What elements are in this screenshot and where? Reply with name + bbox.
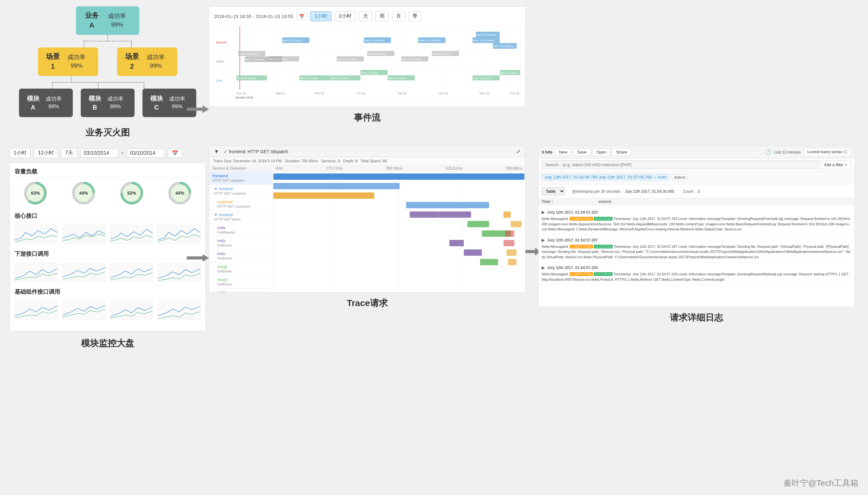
table-select[interactable]: Table JSON bbox=[542, 187, 565, 195]
svg-rect-88 bbox=[273, 183, 399, 189]
add-filter-btn[interactable]: Add a filter + bbox=[820, 160, 851, 169]
trace-service-list[interactable]: frontend HTTP GET /dispatch ▼ frontend H… bbox=[209, 172, 273, 292]
log-btn-open[interactable]: Open bbox=[592, 148, 611, 156]
ef-btn-quarter[interactable]: 季 bbox=[408, 12, 422, 21]
ef-btn-week[interactable]: 周 bbox=[375, 12, 389, 21]
svg-text:Alston: Alston bbox=[216, 40, 226, 44]
log-search-input[interactable] bbox=[542, 160, 818, 169]
log-lucene-btn[interactable]: Lucene kuery syntax ⓘ bbox=[803, 148, 851, 156]
trace-section: ▼ ✓ frontend: HTTP GET /dispatch ⤢ Trace… bbox=[209, 146, 526, 309]
svg-rect-93 bbox=[453, 211, 471, 218]
trace-item-2[interactable]: ▼ frontend HTTP GET customer bbox=[209, 185, 272, 198]
ef-btn-2h[interactable]: 2小时 bbox=[335, 12, 356, 21]
node-module-b[interactable]: 模块B 成功率 99% bbox=[81, 89, 135, 117]
dashboard-label: 模块监控大盘 bbox=[10, 337, 206, 349]
mini-chart-basic-3 bbox=[110, 301, 153, 320]
mini-chart-basic-4 bbox=[158, 301, 201, 320]
trace-item-3[interactable]: customer HTTP GET /customer bbox=[209, 198, 272, 211]
trace-item-8[interactable]: mysql GetDriver bbox=[209, 263, 272, 276]
log-clock-icon: 🕐 bbox=[765, 149, 771, 155]
mini-chart-core-2 bbox=[62, 225, 105, 244]
node-scene-1[interactable]: 场景1 成功率 99% bbox=[38, 48, 98, 76]
trace-item-9[interactable]: mysql GetDriver bbox=[209, 276, 272, 289]
log-btn-share[interactable]: Share bbox=[612, 148, 631, 156]
trace-item-10[interactable]: redis GetDriver bbox=[209, 289, 272, 292]
mini-chart-core-4 bbox=[158, 225, 201, 244]
panel-capacity-title: 容量负载 bbox=[15, 168, 201, 177]
node-scene-2[interactable]: 场景2 成功率 99% bbox=[117, 48, 177, 76]
trace-item-1[interactable]: frontend HTTP GET /dispatch bbox=[209, 172, 272, 185]
svg-text:Item 3 (John): Item 3 (John) bbox=[368, 52, 386, 55]
ef-btn-month[interactable]: 月 bbox=[392, 12, 405, 21]
ef-btn-day[interactable]: 天 bbox=[359, 12, 372, 21]
time-btn-1h[interactable]: 1小时 bbox=[10, 148, 31, 158]
date-start-input[interactable] bbox=[80, 149, 118, 158]
panel-downstream-title: 下游接口调用 bbox=[15, 250, 201, 259]
log-time-2: ▶ July 12th 2017, 01:54:57.287 bbox=[542, 237, 851, 243]
trace-timing-header: Service & Operation 0ms 175.17ms 350.34m… bbox=[209, 165, 525, 172]
svg-rect-87 bbox=[273, 173, 524, 180]
log-content-1: fields.MessageId: COMPUTING SUCCESS Time… bbox=[542, 216, 851, 232]
svg-rect-94 bbox=[467, 221, 489, 227]
event-flow-label: 事件流 bbox=[209, 112, 526, 124]
svg-rect-97 bbox=[464, 250, 482, 256]
trace-item-7[interactable]: redis GetDriver bbox=[209, 250, 272, 263]
panel-core-title: 核心接口 bbox=[15, 212, 201, 222]
gauge-row: 63% 44% bbox=[15, 181, 201, 206]
trace-expand-icon[interactable]: ▼ bbox=[214, 149, 219, 154]
svg-text:Item 9 (Alston): Item 9 (Alston) bbox=[477, 33, 497, 36]
event-flow-panel: 2018-01-15 18:55 - 2018-01-15 19:55 📅 1小… bbox=[209, 6, 526, 107]
log-content-2: fields.MessageId: COMPUTING SUCCESS Time… bbox=[542, 244, 851, 260]
trace-external-link[interactable]: ⤢ bbox=[516, 149, 521, 154]
svg-rect-101 bbox=[505, 231, 514, 237]
dashboard-section: 1小时 12小时 7天 - 📅 容量负载 bbox=[10, 148, 206, 349]
col-source: source bbox=[599, 199, 611, 204]
svg-marker-17 bbox=[187, 105, 209, 113]
trace-item-6[interactable]: redis GetDriver bbox=[209, 237, 272, 250]
trace-time-scale: 0ms 175.17ms 350.34ms 525.51ms 700.68ms bbox=[273, 166, 525, 171]
fire-chart-label: 业务灭火图 bbox=[10, 126, 206, 139]
node-business-a[interactable]: 业务A 成功率 99% bbox=[76, 6, 139, 35]
time-range-display: 2018-01-15 18:55 - 2018-01-15 19:55 bbox=[214, 14, 293, 19]
time-btn-12h[interactable]: 12小时 bbox=[34, 148, 58, 158]
mini-chart-core-1 bbox=[15, 225, 57, 244]
trace-timeline bbox=[273, 172, 525, 292]
left-section: 业务A 成功率 99% 场景1 成功率 99% bbox=[10, 6, 206, 349]
date-end-input[interactable] bbox=[126, 149, 165, 158]
business-tree: 业务A 成功率 99% 场景1 成功率 99% bbox=[10, 6, 206, 117]
log-entry-1: ▶ July 12th 2017, 01:54:57.323 fields.Me… bbox=[539, 207, 854, 235]
trace-item-5[interactable]: redis FindNearby bbox=[209, 224, 272, 237]
svg-text:Item 15 (Alston): Item 15 (Alston) bbox=[473, 39, 495, 42]
trace-service-header: Service & Operation bbox=[209, 166, 273, 171]
log-entries: ▶ July 12th 2017, 01:54:57.323 fields.Me… bbox=[539, 205, 854, 307]
svg-text:Thu 18: Thu 18 bbox=[314, 92, 324, 95]
log-btn-save[interactable]: Save bbox=[573, 148, 591, 156]
watermark-text: 秦叶宁@Tech工具箱 bbox=[783, 478, 858, 488]
time-btn-7d[interactable]: 7天 bbox=[61, 148, 77, 158]
calendar-icon-btn[interactable]: 📅 bbox=[168, 149, 182, 158]
mini-chart-basic-1 bbox=[15, 301, 57, 320]
svg-text:Fri 19: Fri 19 bbox=[357, 92, 365, 95]
svg-text:Item 1 (Lee): Item 1 (Lee) bbox=[361, 71, 378, 74]
svg-rect-90 bbox=[406, 202, 489, 208]
calendar-btn-ef[interactable]: 📅 bbox=[296, 13, 307, 20]
trace-title-text: ✓ frontend: HTTP GET /dispatch bbox=[224, 149, 288, 154]
svg-text:Sat 20: Sat 20 bbox=[398, 92, 407, 95]
svg-text:Item 10 (Lee): Item 10 (Lee) bbox=[237, 76, 255, 80]
node-module-a[interactable]: 模块A 成功率 99% bbox=[19, 89, 73, 117]
node-module-b-sublabel: 成功率 99% bbox=[103, 95, 128, 110]
trace-item-4[interactable]: ▼ frontend HTTP GET driver bbox=[209, 211, 272, 224]
log-filter-bar: July 12th 2017, 01:42:06.793 July 12th 2… bbox=[539, 171, 854, 185]
svg-text:Lee: Lee bbox=[216, 79, 222, 82]
dashboard-panel: 容量负载 63% bbox=[10, 163, 206, 331]
filter-actions-btn[interactable]: Actions bbox=[672, 174, 687, 180]
log-panel: 3 hits New Save Open Share 🕐 Last 13 min… bbox=[538, 146, 855, 307]
svg-text:John: John bbox=[216, 59, 224, 63]
watermark: 秦叶宁@Tech工具箱 bbox=[783, 478, 858, 489]
log-btn-new[interactable]: New bbox=[555, 148, 572, 156]
log-time-1: ▶ July 12th 2017, 01:54:57.323 bbox=[542, 209, 851, 215]
ef-btn-1h[interactable]: 1小时 bbox=[310, 12, 331, 21]
mini-chart-basic-2 bbox=[62, 301, 105, 320]
node-scene-2-sublabel: 成功率 99% bbox=[140, 53, 171, 70]
mini-chart-ds-1 bbox=[15, 263, 57, 282]
